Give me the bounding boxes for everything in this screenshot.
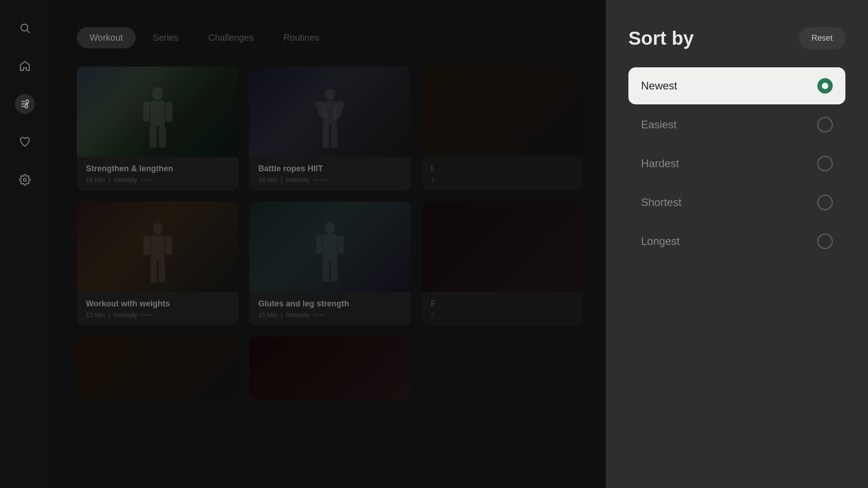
tab-series[interactable]: Series — [140, 27, 191, 48]
svg-rect-27 — [323, 234, 337, 260]
workout-card-3[interactable]: I 1 — [422, 66, 583, 191]
workout-meta-1: 16 Min | Intensity •••• — [86, 176, 229, 183]
workout-title-6: F — [431, 299, 574, 309]
workout-info-4: Workout with weights 12 Min | Intensity … — [77, 292, 238, 326]
sort-option-longest-label: Longest — [641, 235, 679, 248]
workout-image-1 — [77, 66, 238, 157]
workout-title-3: I — [431, 164, 574, 174]
sort-option-shortest-label: Shortest — [641, 196, 681, 209]
svg-rect-19 — [331, 124, 337, 148]
main-content: Workout Series Challenges Routines Stren… — [50, 0, 606, 488]
workout-card-1[interactable]: Strengthen & lengthen 16 Min | Intensity… — [77, 66, 238, 191]
home-icon[interactable] — [15, 56, 35, 76]
sort-panel: Sort by Reset Newest Easiest Hardest Sho… — [606, 0, 868, 488]
workout-card-4[interactable]: Workout with weights 12 Min | Intensity … — [77, 202, 238, 326]
workout-meta-4: 12 Min | Intensity •••• — [86, 311, 229, 319]
svg-rect-28 — [316, 235, 322, 253]
svg-point-8 — [152, 87, 163, 100]
workout-meta-6: 2 — [431, 311, 574, 319]
workout-image-5 — [249, 202, 410, 292]
workout-info-2: Battle ropes HIIT 14 Min | Intensity •••… — [249, 157, 410, 191]
sort-option-newest[interactable]: Newest — [628, 67, 845, 104]
sort-header: Sort by Reset — [628, 27, 845, 49]
tab-routines[interactable]: Routines — [271, 27, 332, 48]
svg-rect-21 — [151, 235, 164, 260]
sort-radio-shortest — [817, 195, 833, 210]
svg-rect-23 — [165, 236, 172, 255]
workout-info-5: Glutes and leg strength 15 Min | Intensi… — [249, 292, 410, 326]
settings-icon[interactable] — [15, 170, 35, 190]
sort-option-shortest[interactable]: Shortest — [628, 184, 845, 221]
workout-card-7[interactable] — [77, 337, 238, 400]
workout-meta-2: 14 Min | Intensity ••••• — [258, 176, 401, 183]
workout-image-3 — [422, 66, 583, 157]
workout-card-8[interactable] — [249, 337, 410, 400]
sort-radio-hardest — [817, 156, 833, 171]
sort-option-longest[interactable]: Longest — [628, 223, 845, 260]
tools-icon[interactable] — [15, 94, 35, 114]
workout-meta-5: 15 Min | Intensity •••• — [258, 311, 401, 319]
search-icon[interactable] — [15, 18, 35, 38]
workout-info-3: I 1 — [422, 157, 583, 191]
svg-rect-29 — [338, 235, 344, 253]
workout-title-5: Glutes and leg strength — [258, 299, 401, 309]
workout-title-4: Workout with weights — [86, 299, 229, 309]
sort-radio-newest — [817, 78, 833, 94]
tab-workout[interactable]: Workout — [77, 27, 136, 48]
svg-rect-31 — [331, 260, 338, 282]
svg-line-1 — [27, 30, 30, 33]
svg-rect-12 — [150, 126, 156, 148]
tab-challenges[interactable]: Challenges — [196, 27, 266, 48]
workout-card-5[interactable]: Glutes and leg strength 15 Min | Intensi… — [249, 202, 410, 326]
reset-button[interactable]: Reset — [799, 27, 845, 49]
workout-image-7 — [77, 337, 238, 400]
workout-grid: Strengthen & lengthen 16 Min | Intensity… — [77, 66, 583, 400]
svg-rect-22 — [143, 236, 150, 255]
svg-rect-9 — [151, 101, 165, 126]
tabs-bar: Workout Series Challenges Routines — [77, 27, 583, 48]
svg-rect-10 — [143, 102, 150, 122]
sort-option-easiest-label: Easiest — [641, 118, 677, 131]
svg-point-6 — [25, 105, 28, 108]
workout-image-2 — [249, 66, 410, 157]
svg-rect-30 — [322, 260, 329, 282]
workout-image-4 — [77, 202, 238, 292]
sort-option-easiest[interactable]: Easiest — [628, 106, 845, 143]
svg-point-7 — [24, 178, 27, 182]
workout-info-1: Strengthen & lengthen 16 Min | Intensity… — [77, 157, 238, 191]
svg-rect-11 — [165, 102, 172, 122]
workout-card-6[interactable]: F 2 — [422, 202, 583, 326]
heart-icon[interactable] — [15, 132, 35, 152]
svg-rect-24 — [151, 260, 157, 283]
svg-point-20 — [152, 223, 162, 235]
sort-title: Sort by — [628, 28, 694, 49]
workout-title-2: Battle ropes HIIT — [258, 164, 401, 174]
sort-options: Newest Easiest Hardest Shortest Longest — [628, 67, 845, 260]
svg-point-5 — [26, 100, 28, 103]
svg-rect-13 — [159, 126, 165, 148]
sort-radio-inner-newest — [822, 83, 828, 89]
svg-rect-25 — [158, 260, 165, 283]
workout-image-8 — [249, 337, 410, 400]
svg-point-26 — [325, 222, 335, 234]
sort-radio-easiest — [817, 117, 833, 132]
sort-radio-longest — [817, 234, 833, 249]
workout-card-2[interactable]: Battle ropes HIIT 14 Min | Intensity •••… — [249, 66, 410, 191]
workout-image-6 — [422, 202, 583, 292]
svg-rect-18 — [323, 124, 329, 148]
sort-option-newest-label: Newest — [641, 80, 677, 92]
sidebar — [0, 0, 50, 488]
sort-option-hardest[interactable]: Hardest — [628, 145, 845, 182]
workout-info-6: F 2 — [422, 292, 583, 326]
workout-title-1: Strengthen & lengthen — [86, 164, 229, 174]
sort-option-hardest-label: Hardest — [641, 157, 679, 170]
workout-meta-3: 1 — [431, 176, 574, 183]
svg-point-0 — [21, 24, 28, 31]
svg-point-14 — [325, 89, 335, 101]
